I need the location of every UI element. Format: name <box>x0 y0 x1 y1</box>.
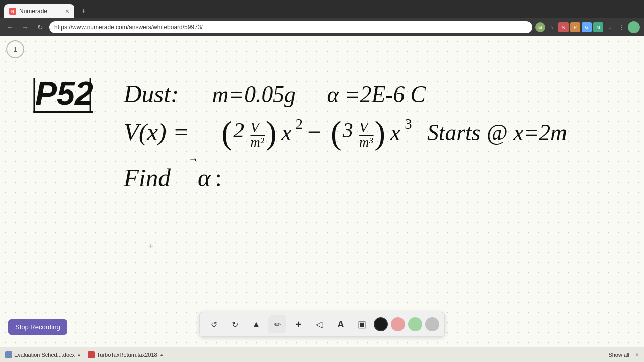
ext6-icon[interactable]: ⋮ <box>616 22 626 32</box>
new-tab-button[interactable]: + <box>76 4 91 18</box>
svg-text:−: − <box>308 118 322 146</box>
svg-text:m²: m² <box>251 135 265 150</box>
svg-text:): ) <box>266 115 277 151</box>
svg-text:α =2E-6 C: α =2E-6 C <box>327 81 426 107</box>
tool-panel: ↺ ↻ ▲ ✏ + ◁ A ▣ <box>199 312 445 337</box>
profile-icon[interactable] <box>628 21 640 33</box>
svg-text:α: α <box>198 164 211 192</box>
taskbar-close-icon[interactable]: × <box>635 351 639 358</box>
svg-text:3: 3 <box>342 119 353 142</box>
bookmark-icon[interactable]: ☆ <box>547 22 557 32</box>
svg-text:V(x) =: V(x) = <box>124 118 190 146</box>
tab-label: Numerade <box>19 8 47 15</box>
eraser-tool-button[interactable]: ◁ <box>310 315 329 333</box>
undo-button[interactable]: ↺ <box>205 315 223 333</box>
browser-chrome: N Numerade × + ← → ↻ https://www.numerad… <box>0 0 644 36</box>
url-bar[interactable]: https://www.numerade.com/answers/whitebo… <box>49 21 532 33</box>
ext5-icon[interactable]: ↓ <box>605 22 615 32</box>
active-tab[interactable]: N Numerade × <box>4 4 74 18</box>
color-pink-swatch[interactable] <box>391 317 405 331</box>
add-tool-button[interactable]: + <box>289 315 307 333</box>
tab-close-icon[interactable]: × <box>65 7 69 15</box>
pen-tool-button[interactable]: ✏ <box>268 315 286 333</box>
taskbar-item-1[interactable]: Evaluation Sched....docx ▲ <box>5 351 82 358</box>
show-all-button[interactable]: Show all <box>608 352 629 358</box>
crosshair-cursor: + <box>148 241 154 252</box>
ext4-icon[interactable]: M <box>593 22 603 32</box>
whiteboard-content: P52 Dust: m=0.05g α =2E-6 C V(x) = ( 2 V… <box>5 66 639 259</box>
image-tool-button[interactable]: ▣ <box>353 315 371 333</box>
ext3-icon[interactable]: G <box>582 22 592 32</box>
page-number: 1 <box>6 40 24 58</box>
svg-text:): ) <box>375 115 386 151</box>
svg-text:x: x <box>390 120 400 145</box>
svg-text:m=0.05g: m=0.05g <box>212 81 296 107</box>
taskbar-item-1-icon <box>5 351 12 358</box>
select-tool-button[interactable]: ▲ <box>247 315 265 333</box>
refresh-button[interactable]: ↻ <box>34 21 46 33</box>
taskbar-item-2-icon <box>88 351 95 358</box>
redo-button[interactable]: ↻ <box>226 315 244 333</box>
svg-text:P52: P52 <box>35 75 93 112</box>
svg-text:(: ( <box>222 115 233 151</box>
forward-button[interactable]: → <box>19 21 31 33</box>
ext2-icon[interactable]: P <box>570 22 580 32</box>
svg-text:3: 3 <box>405 116 412 132</box>
svg-text:x: x <box>281 120 291 145</box>
svg-text:V: V <box>359 120 370 135</box>
svg-text:(: ( <box>331 115 342 151</box>
color-black-swatch[interactable] <box>374 317 388 331</box>
back-button[interactable]: ← <box>4 21 16 33</box>
taskbar-item-1-label: Evaluation Sched....docx <box>14 352 75 358</box>
whiteboard-area: 1 P52 Dust: m=0.05g α =2E-6 C V(x) = ( 2… <box>0 36 644 362</box>
svg-text:Find: Find <box>123 164 171 192</box>
browser-toolbar-icons: ⊞ ☆ N P G M ↓ ⋮ <box>535 21 640 33</box>
svg-text::: : <box>215 164 222 192</box>
tab-favicon: N <box>9 8 16 15</box>
svg-text:2: 2 <box>296 116 303 132</box>
taskbar-chevron-1[interactable]: ▲ <box>77 352 82 357</box>
url-text: https://www.numerade.com/answers/whitebo… <box>54 24 203 31</box>
svg-text:2: 2 <box>233 119 244 142</box>
svg-text:Starts @ x=2m: Starts @ x=2m <box>427 120 567 145</box>
text-tool-button[interactable]: A <box>332 315 350 333</box>
extensions-icon[interactable]: ⊞ <box>535 22 545 32</box>
address-bar: ← → ↻ https://www.numerade.com/answers/w… <box>0 18 644 36</box>
ext1-icon[interactable]: N <box>558 22 569 32</box>
taskbar-item-2-label: TurboTaxReturn.tax2018 <box>97 352 157 358</box>
taskbar: Evaluation Sched....docx ▲ TurboTaxRetur… <box>0 347 644 362</box>
tab-bar: N Numerade × + <box>0 0 644 18</box>
taskbar-chevron-2[interactable]: ▲ <box>159 352 164 357</box>
svg-text:m³: m³ <box>359 135 373 150</box>
color-gray-swatch[interactable] <box>425 317 439 331</box>
drawing-toolbar: ↺ ↻ ▲ ✏ + ◁ A ▣ <box>0 312 644 337</box>
svg-text:⃗: ⃗ <box>190 158 197 161</box>
taskbar-item-2[interactable]: TurboTaxReturn.tax2018 ▲ <box>88 351 164 358</box>
svg-text:V: V <box>251 120 261 135</box>
svg-text:Dust:: Dust: <box>123 80 179 108</box>
color-green-swatch[interactable] <box>408 317 422 331</box>
math-content-svg: P52 Dust: m=0.05g α =2E-6 C V(x) = ( 2 V… <box>5 66 639 257</box>
